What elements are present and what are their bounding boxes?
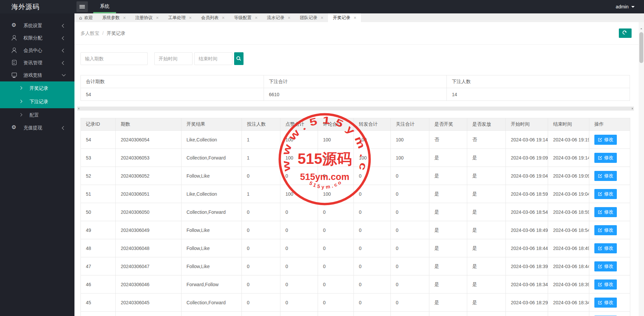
tab-item[interactable]: 团队记录× bbox=[295, 13, 328, 22]
tab-label: 系统参数 bbox=[102, 15, 120, 21]
sidebar-subitem[interactable]: 开奖记录 bbox=[0, 81, 74, 95]
edit-button[interactable]: 修改 bbox=[594, 207, 617, 217]
table-cell: 20240306047 bbox=[116, 257, 181, 275]
chevron-left-icon bbox=[62, 36, 65, 40]
table-cell: 0 bbox=[354, 203, 391, 221]
sidebar-item[interactable]: ⚙系统设置 bbox=[0, 19, 74, 32]
tab-item[interactable]: 流水记录× bbox=[262, 13, 295, 22]
username: admin bbox=[616, 4, 629, 9]
edit-button-label: 修改 bbox=[604, 191, 613, 197]
close-icon[interactable]: × bbox=[189, 15, 192, 20]
tab-label: 会员列表 bbox=[201, 15, 218, 21]
nav-item-system[interactable]: 系统 bbox=[93, 0, 116, 13]
table-cell: 2024-03-06 18:59 bbox=[506, 185, 548, 203]
table-cell: 0 bbox=[318, 203, 354, 221]
close-icon[interactable]: × bbox=[222, 15, 224, 20]
edit-button[interactable]: 修改 bbox=[594, 243, 617, 253]
tab-item[interactable]: 注册协议× bbox=[130, 13, 163, 22]
main-content: 合计期数下注合计下注人数 54661014 记录ID期数开奖结果投注人数点赞合计… bbox=[74, 44, 639, 316]
sidebar-item[interactable]: 会员中心 bbox=[0, 44, 74, 57]
chevron-down-icon bbox=[62, 72, 65, 76]
table-cell: 否 bbox=[467, 131, 506, 149]
tab-item[interactable]: 等级配置× bbox=[229, 13, 262, 22]
edit-button[interactable]: 修改 bbox=[594, 153, 617, 163]
close-icon[interactable]: × bbox=[123, 15, 126, 20]
tab-label: 注册协议 bbox=[135, 15, 153, 21]
vertical-scrollbar[interactable] bbox=[639, 22, 644, 316]
table-cell: 0 bbox=[391, 294, 429, 312]
tab-item[interactable]: ⌂欢迎 bbox=[74, 13, 98, 22]
records-header-cell: 评论合计 bbox=[318, 118, 354, 131]
edit-button[interactable]: 修改 bbox=[594, 261, 617, 271]
home-icon: ⌂ bbox=[79, 15, 82, 20]
table-cell-action: 修改 bbox=[589, 294, 630, 312]
end-time-input[interactable] bbox=[194, 52, 232, 65]
breadcrumb-current: 开奖记录 bbox=[107, 30, 125, 36]
tab-item[interactable]: 工单处理× bbox=[163, 13, 196, 22]
edit-button[interactable]: 修改 bbox=[594, 279, 617, 290]
sidebar-subitem[interactable]: 下注记录 bbox=[0, 95, 74, 108]
edit-button[interactable]: 修改 bbox=[594, 189, 617, 199]
scroll-left-icon[interactable] bbox=[78, 108, 79, 110]
edit-icon bbox=[598, 264, 602, 269]
table-cell bbox=[548, 312, 589, 316]
sidebar-item-label: 会员中心 bbox=[23, 48, 42, 53]
tab-active[interactable]: 开奖记录× bbox=[328, 13, 361, 22]
edit-icon bbox=[598, 282, 602, 287]
edit-button-label: 修改 bbox=[604, 137, 613, 143]
search-button[interactable] bbox=[234, 52, 244, 65]
close-icon[interactable]: × bbox=[156, 15, 159, 20]
table-cell: 46 bbox=[81, 275, 116, 294]
hamburger-button[interactable] bbox=[76, 1, 88, 12]
edit-button[interactable]: 修改 bbox=[594, 225, 617, 235]
breadcrumb: 多人骰宝/开奖记录 bbox=[80, 30, 125, 37]
sidebar-item[interactable]: 权限分配 bbox=[0, 32, 74, 44]
breadcrumb-parent[interactable]: 多人骰宝 bbox=[80, 30, 99, 36]
table-cell: 是 bbox=[467, 167, 506, 185]
close-icon[interactable]: × bbox=[288, 15, 290, 20]
sidebar-item[interactable]: 游戏竞猜 bbox=[0, 69, 74, 81]
sidebar-item-label: 权限分配 bbox=[23, 35, 42, 41]
edit-button[interactable]: 修改 bbox=[594, 298, 617, 308]
tab-item[interactable]: 会员列表× bbox=[196, 13, 229, 22]
edit-icon bbox=[598, 246, 602, 251]
sidebar-item[interactable]: ⚙充值提现 bbox=[0, 122, 74, 134]
table-row: 4920240306049Follow,Like00000是是2024-03-0… bbox=[81, 221, 630, 239]
tab-label: 开奖记录 bbox=[333, 15, 350, 21]
period-input[interactable] bbox=[80, 52, 148, 65]
sidebar-subitem[interactable]: 配置 bbox=[0, 108, 74, 122]
edit-button[interactable]: 修改 bbox=[594, 171, 617, 181]
table-row: 5420240306054Like,Collection110010010010… bbox=[81, 131, 630, 149]
edit-icon bbox=[598, 192, 602, 196]
table-cell bbox=[181, 312, 242, 316]
edit-button[interactable]: 修改 bbox=[594, 135, 617, 145]
table-cell: 是 bbox=[429, 294, 467, 312]
table-cell: Collection,Forward bbox=[181, 203, 242, 221]
records-header-cell: 期数 bbox=[116, 118, 181, 131]
table-cell: 是 bbox=[467, 185, 506, 203]
close-icon[interactable]: × bbox=[255, 15, 258, 20]
table-cell: 20240306053 bbox=[116, 149, 181, 167]
close-icon[interactable]: × bbox=[321, 15, 323, 20]
scroll-right-icon[interactable] bbox=[632, 108, 633, 110]
sidebar-item[interactable]: 资讯管理 bbox=[0, 57, 74, 69]
horizontal-scrollbar[interactable] bbox=[77, 107, 634, 111]
table-cell-action: 修改 bbox=[589, 149, 630, 167]
table-cell: 是 bbox=[467, 149, 506, 167]
close-icon[interactable]: × bbox=[354, 15, 356, 20]
records-header-cell: 是否开奖 bbox=[429, 118, 467, 131]
table-cell: 2024-03-06 19:04 bbox=[548, 185, 589, 203]
refresh-button[interactable] bbox=[619, 28, 632, 38]
table-cell: Like,Collection bbox=[181, 131, 242, 149]
tab-item[interactable]: 系统参数× bbox=[98, 13, 130, 22]
sidebar-subitem-label: 开奖记录 bbox=[30, 85, 48, 91]
scroll-up-icon[interactable] bbox=[640, 28, 642, 29]
chevron-left-icon bbox=[62, 126, 65, 130]
edit-button-label: 修改 bbox=[604, 263, 613, 269]
start-time-input[interactable] bbox=[154, 52, 193, 65]
scrollbar-thumb[interactable] bbox=[639, 32, 643, 63]
user-dropdown[interactable]: admin bbox=[616, 0, 635, 13]
chevron-left-icon bbox=[62, 61, 65, 65]
table-cell-action: 修改 bbox=[589, 257, 630, 275]
table-cell: 是 bbox=[429, 239, 467, 257]
